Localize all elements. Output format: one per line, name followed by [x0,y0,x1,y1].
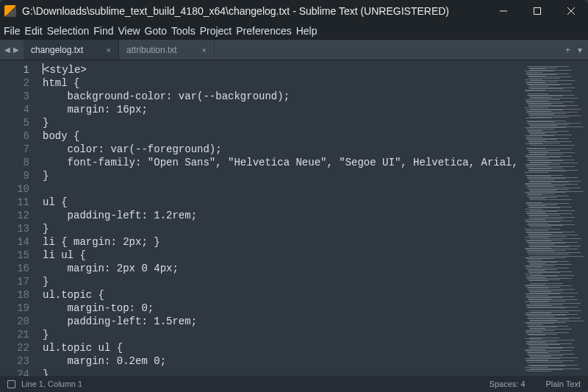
code-line[interactable]: li { margin: 2px; } [43,235,522,249]
code-line[interactable] [43,182,522,196]
line-number[interactable]: 3 [0,90,29,103]
code-line[interactable]: margin: 16px; [43,103,522,116]
minimap-line [526,285,545,285]
menu-project[interactable]: Project [198,24,234,38]
file-tab[interactable]: attribution.txt× [119,40,215,60]
code-line[interactable]: margin-top: 0; [43,302,522,315]
menu-help[interactable]: Help [294,24,320,38]
minimap-line [525,350,572,351]
minimap[interactable] [522,60,588,376]
minimap-line [525,293,560,294]
status-indentation[interactable]: Spaces: 4 [490,379,526,388]
minimap-line [528,194,542,195]
line-number[interactable]: 21 [0,328,29,341]
menu-find[interactable]: Find [91,24,115,38]
line-number[interactable]: 5 [0,116,29,129]
minimap-line [528,121,554,122]
file-tab[interactable]: changelog.txt× [24,40,119,60]
minimap-line [526,112,578,113]
code-line[interactable]: } [43,169,522,182]
line-number[interactable]: 11 [0,196,29,209]
menu-preferences[interactable]: Preferences [234,24,293,38]
line-number[interactable]: 24 [0,368,29,376]
line-number[interactable]: 9 [0,169,29,182]
menu-tools[interactable]: Tools [169,24,198,38]
code-line[interactable]: color: var(--foreground); [43,143,522,156]
close-button[interactable] [554,0,588,22]
maximize-button[interactable] [520,0,554,22]
minimap-line [527,139,557,140]
code-editor[interactable]: <style>html { background-color: var(--ba… [35,60,522,376]
line-number[interactable]: 19 [0,302,29,315]
code-line[interactable]: } [43,328,522,341]
menu-file[interactable]: File [1,24,23,38]
minimap-line [526,90,545,90]
tab-overflow-button[interactable]: ▾ [578,45,582,55]
status-syntax[interactable]: Plain Text [546,379,581,388]
code-line[interactable]: body { [43,129,522,143]
minimap-line [525,99,560,100]
panel-switcher-icon[interactable] [7,380,15,388]
code-line[interactable]: } [43,368,522,376]
minimap-line [527,269,557,270]
code-line[interactable]: } [43,222,522,235]
minimap-line [529,280,548,281]
line-number[interactable]: 12 [0,209,29,222]
minimap-line [527,261,569,262]
new-tab-button[interactable]: + [565,45,570,55]
tab-history-back[interactable]: ◀ [4,46,10,54]
tab-history-forward[interactable]: ▶ [13,46,19,54]
code-line[interactable]: li ul { [43,249,522,262]
minimap-line [527,252,581,253]
menu-selection[interactable]: Selection [45,24,92,38]
menu-goto[interactable]: Goto [143,24,169,38]
minimap-line [529,86,548,87]
line-number-gutter[interactable]: 1234567891011121314151617181920212223242… [0,60,35,376]
line-number[interactable]: 8 [0,156,29,169]
line-number[interactable]: 10 [0,182,29,196]
line-number[interactable]: 7 [0,143,29,156]
menu-bar: FileEditSelectionFindViewGotoToolsProjec… [0,22,588,40]
line-number[interactable]: 14 [0,235,29,249]
menu-view[interactable]: View [116,24,143,38]
line-number[interactable]: 23 [0,354,29,368]
code-line[interactable]: padding-left: 1.2rem; [43,209,522,222]
code-line[interactable]: ul.topic ul { [43,341,522,354]
line-number[interactable]: 4 [0,103,29,116]
line-number[interactable]: 17 [0,275,29,288]
minimize-button[interactable] [487,0,520,22]
line-number[interactable]: 1 [0,63,29,76]
code-line[interactable]: <style> [43,63,522,76]
code-line[interactable]: html { [43,76,522,90]
minimap-line [525,200,585,201]
code-line[interactable]: padding-left: 1.5rem; [43,315,522,328]
minimap-line [526,248,551,249]
menu-edit[interactable]: Edit [23,24,45,38]
code-line[interactable]: font-family: "Open Sans", "Helvetica Neu… [43,156,522,169]
code-line[interactable]: margin: 0.2em 0; [43,354,522,368]
code-line[interactable]: ul.topic { [43,288,522,302]
line-number[interactable]: 2 [0,76,29,90]
minimap-line [528,307,566,308]
minimap-line [525,285,572,286]
line-number[interactable]: 6 [0,129,29,143]
code-line[interactable]: } [43,275,522,288]
code-line[interactable]: } [43,116,522,129]
line-number[interactable]: 18 [0,288,29,302]
tab-close-icon[interactable]: × [202,46,207,54]
minimap-line [526,250,566,251]
minimap-line [526,304,563,305]
minimap-line [529,236,566,237]
code-line[interactable]: ul { [43,196,522,209]
line-number[interactable]: 20 [0,315,29,328]
line-number[interactable]: 22 [0,341,29,354]
minimap-line [528,251,554,252]
file-tab-label: changelog.txt [31,45,83,55]
line-number[interactable]: 16 [0,262,29,275]
code-line[interactable]: margin: 2px 0 4px; [43,262,522,275]
code-line[interactable]: background-color: var(--background); [43,90,522,103]
tab-close-icon[interactable]: × [107,46,111,54]
status-position[interactable]: Line 1, Column 1 [21,379,82,388]
line-number[interactable]: 15 [0,249,29,262]
line-number[interactable]: 13 [0,222,29,235]
